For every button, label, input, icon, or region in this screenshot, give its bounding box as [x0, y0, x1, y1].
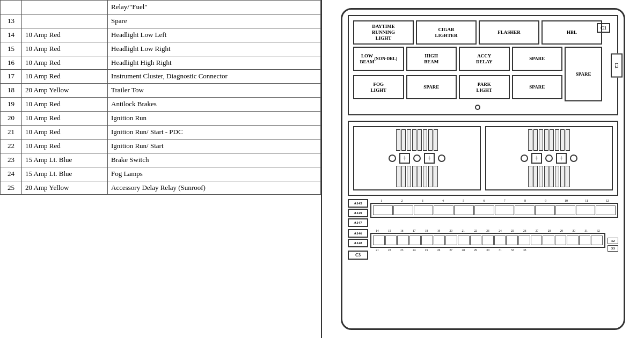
relay-slots-bottom-left — [356, 166, 478, 187]
relay-slot — [560, 129, 565, 151]
fuse-amp: 10 Amp Red — [22, 139, 108, 153]
fuse-number: 17 — [1, 70, 22, 84]
relay-slot — [396, 166, 400, 187]
fuse-cell — [445, 236, 457, 245]
relay-block-right: ┼ ┼ — [485, 126, 613, 190]
table-row: 2520 Amp YellowAccessory Delay Relay (Su… — [1, 181, 321, 195]
fuse-desc: Spare — [108, 14, 321, 28]
relay-slot — [533, 166, 538, 187]
left-connectors-bottom: A146 A148 C3 — [348, 229, 368, 260]
fuse-number: 15 — [1, 42, 22, 56]
fuse-amp: 20 Amp Yellow — [22, 84, 108, 98]
table-row: 1710 Amp RedInstrument Cluster, Diagnost… — [1, 70, 321, 84]
relay-slot — [566, 166, 570, 187]
connector-a148: A148 — [348, 239, 368, 247]
table-row: 2315 Amp Lt. BlueBrake Switch — [1, 153, 321, 167]
relay-slot — [566, 129, 570, 151]
fuse-high-beam: HIGHBEAM — [406, 47, 457, 71]
fuse-cell — [576, 205, 596, 215]
fuse-spare-large: SPARE — [565, 47, 602, 101]
relay-slots-top-right — [488, 129, 610, 151]
fuse-cell — [515, 205, 535, 215]
fuse-strip-row-top: A145 A149 A147 123456789101112 — [348, 199, 618, 227]
fuse-desc: Fog Lamps — [108, 167, 321, 181]
right-labels: 32 33 — [608, 238, 618, 252]
fuse-cell — [409, 236, 421, 245]
fuse-cell — [421, 236, 433, 245]
fuse-cell — [434, 236, 445, 245]
fuse-amp: 15 Amp Lt. Blue — [22, 167, 108, 181]
fuse-cell — [596, 205, 616, 215]
relay-slots-top-left — [356, 129, 478, 151]
fuse-row-1: DAYTIMERUNNINGLIGHT CIGARLIGHTER FLASHER… — [353, 20, 602, 45]
relay-slot — [412, 166, 416, 187]
fuse-row-3: FOGLIGHT SPARE PARKLIGHT SPARE — [353, 75, 562, 99]
fuse-number: 13 — [1, 14, 22, 28]
fuse-cell — [535, 205, 555, 215]
table-row: 2415 Amp Lt. BlueFog Lamps — [1, 167, 321, 181]
fuse-cell — [579, 236, 591, 245]
relay-slot — [428, 166, 433, 187]
c2-label: C2 — [611, 53, 623, 77]
fuse-number: 21 — [1, 126, 22, 139]
fuse-strip-right-section: 123456789101112 — [370, 199, 618, 218]
fuse-amp: 15 Amp Lt. Blue — [22, 153, 108, 167]
fuse-amp: 10 Amp Red — [22, 98, 108, 112]
fuse-strip-bottom-section: 14151617181920212223242526272829303132 — [370, 229, 605, 252]
relay-slot — [539, 129, 543, 151]
top-fuse-panel: C1 DAYTIMERUNNINGLIGHT CIGARLIGHTER FLAS… — [348, 15, 618, 115]
relay-comp-3: ┼ — [531, 153, 542, 164]
fuse-amp: 10 Amp Red — [22, 112, 108, 126]
relay-slot — [396, 129, 400, 151]
fuse-desc: Brake Switch — [108, 153, 321, 167]
fuse-fog-light: FOGLIGHT — [353, 75, 404, 99]
fuse-cell — [482, 236, 494, 245]
fuse-desc: Accessory Delay Relay (Sunroof) — [108, 181, 321, 195]
fuse-amp: 20 Amp Yellow — [22, 181, 108, 195]
fuse-cell — [385, 236, 397, 245]
fuse-cell — [474, 205, 494, 215]
bottom-relay-panel: ┼ ┼ — [348, 121, 618, 196]
connector-a147: A147 — [348, 218, 368, 227]
fuse-flasher: FLASHER — [479, 20, 539, 45]
relay-slot — [555, 166, 559, 187]
fuse-cell — [531, 236, 543, 245]
relay-slots-bottom-right — [488, 166, 610, 187]
connector-a145: A145 — [348, 199, 368, 208]
relay-slot — [434, 129, 438, 151]
fuse-numbers-bottom-2: 21222324252627282930313233 — [370, 248, 605, 252]
table-row: 1820 Amp YellowTrailer Tow — [1, 84, 321, 98]
fuse-desc: Ignition Run/ Start - PDC — [108, 126, 321, 139]
fuse-number: 24 — [1, 167, 22, 181]
fuse-cell — [458, 236, 470, 245]
relay-center-left: ┼ ┼ — [389, 153, 445, 164]
fuse-cell — [543, 236, 554, 245]
fuse-number: 25 — [1, 181, 22, 195]
relay-slot — [418, 129, 422, 151]
fuse-amp: 10 Amp Red — [22, 28, 108, 42]
fuse-diagram: C1 DAYTIMERUNNINGLIGHT CIGARLIGHTER FLAS… — [322, 0, 644, 338]
table-row: 1610 Amp RedHeadlight High Right — [1, 56, 321, 70]
fuse-spare-3: SPARE — [512, 75, 563, 99]
fuse-cell — [518, 236, 530, 245]
relay-circle-5 — [545, 155, 553, 162]
fuse-daytime-running-light: DAYTIMERUNNINGLIGHT — [353, 20, 414, 45]
relay-slot — [560, 166, 565, 187]
fuse-strip-row-bottom: A146 A148 C3 141516171819202122232425262… — [348, 229, 618, 260]
relay-circle-1 — [389, 155, 396, 162]
fuse-cell — [397, 236, 409, 245]
relay-slot — [401, 129, 406, 151]
relay-slot — [428, 129, 433, 151]
fuse-numbers-bottom: 14151617181920212223242526272829303132 — [370, 229, 605, 232]
fuse-cell — [495, 205, 515, 215]
fuse-amp: 10 Amp Red — [22, 70, 108, 84]
table-row: 13Spare — [1, 14, 321, 28]
fuse-number — [1, 1, 22, 14]
fuse-desc: Headlight Low Left — [108, 28, 321, 42]
fuse-number: 19 — [1, 98, 22, 112]
circle-connector-top — [475, 105, 480, 110]
fuse-number: 20 — [1, 112, 22, 126]
fuse-desc: Headlight Low Right — [108, 42, 321, 56]
relay-slot — [544, 129, 548, 151]
fuse-cell — [454, 205, 474, 215]
